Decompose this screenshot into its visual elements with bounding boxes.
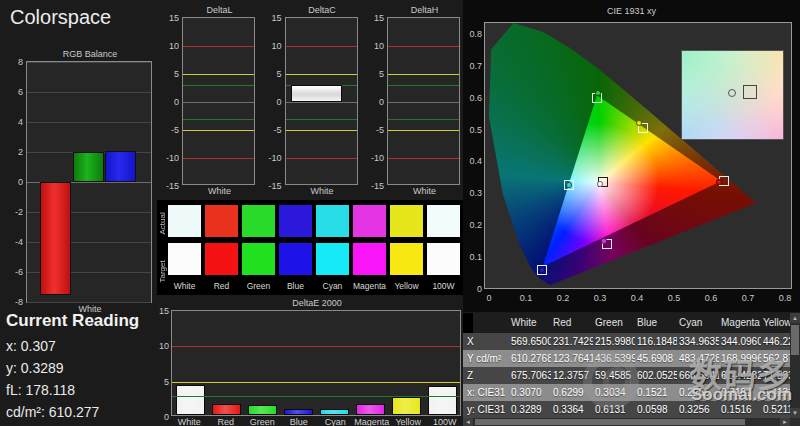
table-corner-box (463, 313, 473, 333)
scroll-down-button[interactable]: ▼ (790, 408, 800, 418)
table-cell: 215.9980 (593, 333, 635, 350)
deltae-bar-cyan (320, 409, 349, 415)
delta-tick-label: -15 (371, 181, 384, 191)
delta-tick-label: -15 (268, 181, 281, 191)
delta-tick-label: -10 (268, 153, 281, 163)
swatch-row-actual (168, 205, 460, 237)
green-limit-line (183, 85, 254, 86)
swatch-actual-green (242, 205, 275, 237)
yellow-limit-line (286, 74, 357, 75)
swatch-target-red (205, 243, 238, 275)
scroll-right-button[interactable]: ► (780, 418, 790, 426)
table-cell: 0.3070 (509, 384, 551, 401)
rgb-tick-label: 6 (18, 87, 23, 97)
deltae-bar-100w (428, 386, 457, 415)
yellow-limit-line (183, 130, 254, 131)
table-cell: 602.0525 (635, 367, 677, 384)
rgb-bar-green (73, 152, 104, 182)
deltae-bar-green (248, 405, 277, 415)
swatch-actual-100w (427, 205, 460, 237)
table-cell: 116.1848 (635, 333, 677, 350)
table-row: Y cd/m²610.2768123.7641436.539945.690848… (463, 350, 800, 367)
red-limit-line (388, 158, 459, 159)
delta-tick-label: 5 (174, 69, 179, 79)
deltae-bar-blue (284, 409, 313, 415)
swatch-actual-magenta (353, 205, 386, 237)
table-cell: 0.3289 (509, 401, 551, 418)
cie-x-tick-label: 0.8 (775, 293, 795, 303)
page-title: Colorspace (10, 6, 111, 29)
current-reading-block: Current Reading x: 0.307 y: 0.3289 fL: 1… (6, 311, 156, 423)
zero-limit-line (388, 102, 459, 103)
swatch-column-label: Red (205, 281, 238, 293)
cie-y-tick-label: 0.8 (469, 29, 482, 39)
swatch-row-label-target: Target (157, 248, 168, 296)
swatch-target-cyan (316, 243, 349, 275)
deltae-plot (171, 310, 461, 416)
delta-tick-label: -15 (166, 181, 179, 191)
delta-plot (182, 17, 255, 185)
measurement-table-panel: WhiteRedGreenBlueCyanMagentaYellowX569.6… (463, 313, 800, 426)
cie-x-tick-label: 0.4 (627, 293, 647, 303)
scroll-up-button[interactable]: ▲ (790, 313, 800, 323)
table-cell: 59.4585 (593, 367, 635, 384)
deltae-x-label: 100W (427, 416, 464, 426)
delta-tick-label: 0 (174, 97, 179, 107)
red-limit-line (183, 158, 254, 159)
green-limit-line (286, 119, 357, 120)
delta-plot (387, 17, 460, 185)
rgb-tick-label: 0 (18, 177, 23, 187)
table-cell: 436.5399 (593, 350, 635, 367)
delta-chart-body: 151050-5-10-15 (160, 17, 257, 185)
table-row: X569.6500231.7429215.9980116.1848334.963… (463, 333, 800, 350)
deltae-bar-slot (172, 385, 208, 415)
deltae-bars (172, 311, 460, 415)
table-cell: 666.6941 (677, 367, 719, 384)
delta-tick-label: 0 (379, 97, 384, 107)
table-header-green: Green (593, 313, 635, 333)
red-limit-line (172, 346, 460, 347)
green-limit-line (388, 85, 459, 86)
cie-measured-dot-white (597, 181, 603, 187)
delta-chart-deltah: DeltaH151050-5-10-15White (365, 4, 462, 200)
cie-measured-dot-magenta (601, 238, 607, 244)
swatch-column-label: Blue (279, 281, 312, 293)
red-limit-line (286, 46, 357, 47)
swatch-target-green (242, 243, 275, 275)
table-header-red: Red (551, 313, 593, 333)
yellow-limit-line (286, 130, 357, 131)
delta-tick-label: 5 (379, 69, 384, 79)
deltae-x-labels: WhiteRedGreenBlueCyanMagentaYellow100W (157, 416, 463, 426)
delta-tick-label: -5 (171, 125, 179, 135)
horizontal-scroll-thumb[interactable] (475, 419, 745, 425)
table-cell: 483.4728 (677, 350, 719, 367)
deltae-bar-red (212, 404, 241, 415)
yellow-limit-line (172, 382, 460, 383)
cie-y-tick-label: 0.2 (469, 220, 482, 230)
cie-x-tick-label: 0.7 (738, 293, 758, 303)
deltae-bar-slot (208, 404, 244, 415)
horizontal-scrollbar[interactable]: ◄ ► (463, 418, 800, 426)
scroll-left-button[interactable]: ◄ (463, 418, 473, 426)
rgb-gridline (27, 122, 151, 123)
deltae-x-label: Red (208, 416, 245, 426)
delta-tick-label: 5 (276, 69, 281, 79)
rgb-gridline (27, 92, 151, 93)
cie-whitepoint-inset (681, 50, 784, 140)
delta-charts-row: DeltaL151050-5-10-15WhiteDeltaC151050-5-… (160, 4, 462, 200)
deltae-tick-label: 0 (164, 412, 169, 422)
cie-measured-dot-red (716, 179, 722, 185)
cie-x-tick-label: 0.5 (664, 293, 684, 303)
vertical-scroll-thumb[interactable] (791, 325, 799, 355)
delta-y-axis: 151050-5-10-15 (160, 17, 182, 185)
vertical-scrollbar[interactable]: ▲ ▼ (790, 313, 800, 418)
inset-measured-circle-icon (728, 89, 736, 97)
table-cell: 334.9635 (677, 333, 719, 350)
delta-chart-deltac: DeltaC151050-5-10-15White (263, 4, 360, 200)
deltae-title: DeltaE 2000 (157, 297, 463, 310)
swatch-target-100w (427, 243, 460, 275)
swatch-actual-cyan (316, 205, 349, 237)
table-row-label: x: CIE31 (463, 384, 509, 401)
deltae-tick-label: 15 (159, 306, 169, 316)
cie-y-tick-label: 0.3 (469, 188, 482, 198)
